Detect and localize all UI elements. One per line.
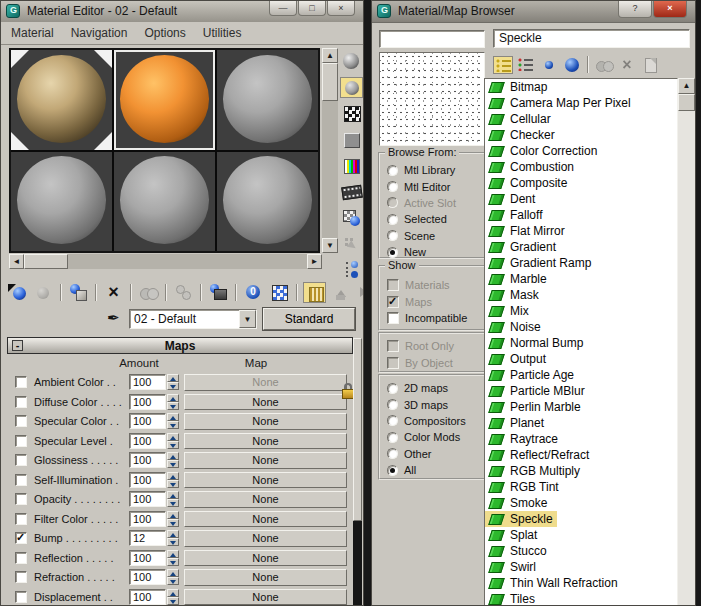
sample-slot-5[interactable] (114, 152, 215, 252)
map-slot-button[interactable]: None (184, 550, 347, 567)
amount-spinner[interactable] (167, 511, 179, 527)
radio-color-mods[interactable]: Color Mods (380, 429, 486, 445)
map-list-item[interactable]: Thin Wall Refraction (485, 575, 622, 591)
map-list-item[interactable]: Normal Bump (485, 335, 587, 351)
radio-mtl-library[interactable]: Mtl Library (380, 162, 486, 178)
map-list-item[interactable]: Output (485, 351, 550, 367)
sample-type-icon[interactable] (340, 51, 363, 72)
help-button[interactable]: ? (618, 1, 652, 18)
material-editor-options-icon[interactable] (340, 207, 363, 228)
spinner-down-icon[interactable] (167, 441, 179, 449)
amount-spinner[interactable] (167, 530, 179, 546)
rollout-scrollbar[interactable] (353, 338, 362, 606)
sample-slot-1[interactable] (11, 50, 112, 150)
map-list-item[interactable]: Particle MBlur (485, 383, 589, 399)
menu-utilities[interactable]: Utilities (203, 26, 242, 40)
spinner-down-icon[interactable] (167, 597, 179, 605)
checkbox-incompatible[interactable]: Incompatible (380, 310, 486, 326)
map-list-item[interactable]: Marble (485, 271, 551, 287)
spinner-up-icon[interactable] (167, 530, 179, 538)
amount-value[interactable]: 100 (129, 433, 166, 449)
spinner-down-icon[interactable] (167, 499, 179, 507)
amount-spinner[interactable] (167, 589, 179, 605)
material-name-combo[interactable]: 02 - Default (129, 309, 257, 329)
spinner-up-icon[interactable] (167, 550, 179, 558)
scroll-thumb[interactable] (353, 338, 362, 521)
map-list-item[interactable]: Gradient (485, 239, 560, 255)
spinner-up-icon[interactable] (167, 413, 179, 421)
amount-spinner[interactable] (167, 550, 179, 566)
map-list-item[interactable]: Tiles (485, 591, 539, 606)
scroll-right-icon[interactable] (307, 254, 322, 269)
map-list-item[interactable]: Falloff (485, 207, 546, 223)
map-list-item[interactable]: Gradient Ramp (485, 255, 595, 271)
view-list-icons-icon[interactable] (516, 56, 536, 74)
map-list-item[interactable]: Planet (485, 415, 548, 431)
map-slot-button[interactable]: None (184, 589, 347, 606)
radio-indicator[interactable] (387, 181, 398, 192)
radio-indicator[interactable] (387, 230, 398, 241)
spinner-up-icon[interactable] (167, 374, 179, 382)
map-list-item[interactable]: Composite (485, 175, 571, 191)
radio-indicator[interactable] (387, 465, 398, 476)
backlight-icon[interactable] (340, 77, 363, 98)
map-enable-checkbox[interactable] (15, 571, 27, 583)
scroll-left-icon[interactable] (9, 254, 24, 269)
spinner-up-icon[interactable] (167, 472, 179, 480)
maps-rollout-header[interactable]: - Maps (7, 337, 353, 354)
map-list-item[interactable]: Raytrace (485, 431, 562, 447)
combo-arrow-icon[interactable] (239, 310, 256, 328)
map-list-item[interactable]: RGB Multiply (485, 463, 584, 479)
amount-value[interactable]: 100 (129, 394, 166, 410)
background-icon[interactable] (340, 103, 363, 124)
map-list-item[interactable]: Smoke (485, 495, 551, 511)
radio-scene[interactable]: Scene (380, 228, 486, 244)
put-to-library-icon[interactable] (207, 282, 230, 303)
map-slot-button[interactable]: None (184, 511, 347, 528)
map-enable-checkbox[interactable] (15, 376, 27, 388)
scroll-thumb[interactable] (678, 94, 695, 111)
spinner-down-icon[interactable] (167, 402, 179, 410)
map-list-item[interactable]: Stucco (485, 543, 551, 559)
material-map-navigator-icon[interactable] (340, 259, 363, 280)
map-slot-button[interactable]: None (184, 530, 347, 547)
map-slot-button[interactable]: None (184, 394, 347, 411)
map-enable-checkbox[interactable] (15, 532, 27, 544)
amount-spinner[interactable] (167, 569, 179, 585)
amount-spinner[interactable] (167, 491, 179, 507)
sample-slot-4[interactable] (11, 152, 112, 252)
map-slot-button[interactable]: None (184, 569, 347, 586)
radio-indicator[interactable] (387, 415, 398, 426)
map-enable-checkbox[interactable] (15, 435, 27, 447)
spinner-up-icon[interactable] (167, 433, 179, 441)
reset-map-icon[interactable] (102, 282, 125, 303)
amount-spinner[interactable] (167, 413, 179, 429)
map-list-item[interactable]: Speckle (485, 511, 557, 527)
amount-value[interactable]: 100 (129, 452, 166, 468)
radio-compositors[interactable]: Compositors (380, 413, 486, 429)
spinner-up-icon[interactable] (167, 569, 179, 577)
map-list-item[interactable]: Flat Mirror (485, 223, 569, 239)
map-list-item[interactable]: Checker (485, 127, 559, 143)
scroll-up-icon[interactable] (678, 78, 695, 94)
map-slot-button[interactable]: None (184, 491, 347, 508)
radio-indicator[interactable] (387, 383, 398, 394)
amount-spinner[interactable] (167, 394, 179, 410)
amount-spinner[interactable] (167, 452, 179, 468)
spinner-down-icon[interactable] (167, 519, 179, 527)
slots-vertical-scrollbar[interactable] (322, 48, 338, 253)
browser-titlebar[interactable]: Material/Map Browser ?× (372, 1, 695, 23)
map-list-item[interactable]: Splat (485, 527, 541, 543)
material-id-channel-icon[interactable] (242, 282, 265, 303)
amount-value[interactable]: 100 (129, 472, 166, 488)
show-end-result-icon[interactable] (303, 282, 326, 303)
make-preview-icon[interactable] (340, 181, 363, 202)
spinner-up-icon[interactable] (167, 452, 179, 460)
amount-value[interactable]: 100 (129, 374, 166, 390)
amount-value[interactable]: 100 (129, 413, 166, 429)
map-list-item[interactable]: Swirl (485, 559, 540, 575)
map-enable-checkbox[interactable] (15, 415, 27, 427)
search-input[interactable] (379, 30, 485, 48)
pick-material-icon[interactable] (105, 308, 125, 328)
map-enable-checkbox[interactable] (15, 591, 27, 603)
